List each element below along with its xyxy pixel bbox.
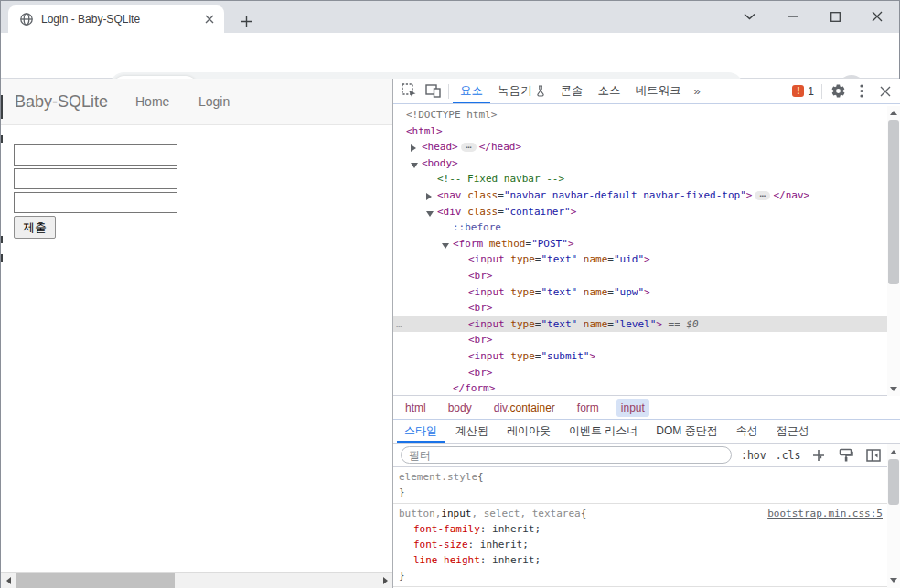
devtools-tab-요소[interactable]: 요소 — [453, 79, 490, 103]
devtools-tab-네트워크[interactable]: 네트워크 — [628, 79, 689, 103]
styles-filter-input[interactable] — [401, 446, 732, 464]
window-maximize-button[interactable] — [816, 1, 854, 32]
devtools-tab-콘솔[interactable]: 콘솔 — [553, 79, 591, 103]
dom-tree-node[interactable]: <input type="text" name="upw"> — [393, 284, 900, 301]
rendering-paint-icon[interactable] — [837, 446, 855, 465]
nav-link-home[interactable]: Home — [135, 79, 169, 124]
breadcrumb-item[interactable]: div.container — [489, 399, 560, 417]
computed-sidebar-toggle-icon[interactable] — [864, 446, 883, 465]
css-source-link[interactable]: bootstrap.min.css:5 — [767, 506, 883, 521]
dom-tree-node[interactable]: <br> — [393, 268, 900, 284]
breadcrumb-item[interactable]: html — [401, 399, 431, 417]
dom-tree-node[interactable]: <br> — [393, 332, 900, 348]
scroll-right-arrow[interactable] — [378, 573, 392, 588]
toolbar-separator — [821, 84, 822, 99]
dom-tree-node[interactable]: <input type="submit"> — [393, 348, 900, 365]
scrollbar-thumb[interactable] — [888, 459, 899, 505]
breadcrumb-item[interactable]: body — [444, 399, 477, 417]
more-tabs-chevron[interactable]: » — [689, 84, 706, 98]
dom-tree-node[interactable]: <div class="container"> — [393, 204, 900, 220]
breadcrumb-token: body — [448, 401, 472, 414]
dom-tree-node[interactable]: …<input type="text" name="level"> == $0 — [393, 316, 900, 333]
styles-tab-이벤트 리스너[interactable]: 이벤트 리스너 — [562, 420, 645, 443]
node-overflow-dots[interactable]: … — [396, 316, 403, 333]
property-name: font-family — [413, 523, 480, 535]
code-token: <!-- Fixed navbar --> — [437, 173, 564, 185]
window-minimize-button[interactable] — [774, 1, 812, 32]
breadcrumb-item[interactable]: form — [573, 399, 604, 417]
dom-tree-node[interactable]: <body> — [393, 155, 900, 172]
devtools-menu-icon[interactable] — [850, 80, 873, 103]
uid-input[interactable] — [14, 144, 177, 166]
scroll-down-arrow[interactable] — [887, 574, 900, 586]
styles-tab-속성[interactable]: 속성 — [729, 420, 766, 443]
code-token: <form — [453, 238, 489, 250]
devtools-close-icon[interactable] — [873, 80, 897, 103]
dom-tree-node[interactable]: <!-- Fixed navbar --> — [393, 171, 900, 187]
dom-tree-node[interactable]: ::before — [393, 219, 900, 236]
styles-tab-레이아웃[interactable]: 레이아웃 — [499, 420, 558, 443]
breadcrumb-item[interactable]: input — [616, 399, 649, 417]
code-token: <html> — [406, 125, 443, 137]
styles-tab-계산됨[interactable]: 계산됨 — [448, 420, 496, 443]
tab-close-icon[interactable] — [202, 12, 217, 27]
dom-tree-node[interactable]: <br> — [393, 300, 900, 316]
issues-counter[interactable]: ! 1 — [792, 85, 814, 98]
scroll-down-arrow[interactable] — [887, 383, 900, 395]
styles-tab-스타일[interactable]: 스타일 — [397, 420, 445, 443]
code-token — [577, 318, 584, 330]
new-tab-button[interactable] — [233, 8, 259, 34]
new-style-rule-icon[interactable] — [809, 446, 828, 465]
inline-expand-pill[interactable]: … — [461, 143, 477, 152]
cls-toggle[interactable]: .cls — [776, 449, 801, 462]
code-token: "navbar navbar-default navbar-fixed-top" — [504, 189, 746, 201]
site-brand[interactable]: Baby-SQLite — [15, 79, 108, 124]
level-input[interactable] — [14, 192, 177, 213]
devtools-tab-소스[interactable]: 소스 — [591, 79, 628, 103]
css-rule-selector[interactable]: button, input, select, textarea {bootstr… — [393, 506, 900, 521]
scrollbar-thumb[interactable] — [888, 120, 899, 284]
styles-tab-DOM 중단점[interactable]: DOM 중단점 — [648, 420, 724, 443]
dom-tree-node[interactable]: <nav class="navbar navbar-default navbar… — [393, 187, 900, 204]
dom-tree-node[interactable]: <br> — [393, 365, 900, 381]
css-property[interactable]: font-family: inherit; — [393, 521, 900, 537]
scroll-up-arrow[interactable] — [887, 446, 900, 458]
tree-expand-arrow[interactable] — [411, 163, 418, 168]
tree-expand-arrow[interactable] — [442, 243, 449, 249]
dom-tree-node[interactable]: <head>…</head> — [393, 139, 900, 155]
tree-expand-arrow[interactable] — [426, 193, 432, 200]
inline-expand-pill[interactable]: … — [755, 191, 770, 200]
hov-toggle[interactable]: :hov — [741, 449, 766, 462]
tree-expand-arrow[interactable] — [426, 211, 434, 217]
scrollbar-thumb[interactable] — [16, 573, 175, 588]
settings-gear-icon[interactable] — [826, 80, 850, 103]
issues-badge-icon: ! — [792, 85, 804, 97]
dom-tree-node[interactable]: <input type="text" name="uid"> — [393, 251, 900, 268]
scroll-left-arrow[interactable] — [1, 573, 16, 588]
styles-scrollbar[interactable] — [887, 444, 900, 588]
devtools-tab-녹음기[interactable]: 녹음기 — [490, 79, 553, 103]
dom-tree-node[interactable]: <!DOCTYPE html> — [393, 107, 900, 123]
devtools-toolbar: 요소녹음기콘솔소스네트워크 » ! 1 — [393, 79, 900, 104]
css-property[interactable]: line-height: inherit; — [393, 552, 900, 568]
upw-input[interactable] — [14, 168, 177, 189]
dom-tree-node[interactable]: </form> — [393, 380, 900, 396]
device-toolbar-icon[interactable] — [421, 80, 445, 103]
tab-search-chevron-icon[interactable] — [730, 1, 768, 32]
css-property[interactable]: font-size: inherit; — [393, 537, 900, 552]
browser-tab[interactable]: Login - Baby-SQLite — [8, 5, 224, 33]
window-close-button[interactable] — [858, 1, 896, 32]
dom-tree-node[interactable]: <form method="POST"> — [393, 236, 900, 252]
code-token: name — [584, 253, 608, 265]
css-rule-selector[interactable]: element.style { — [393, 469, 900, 485]
tree-expand-arrow[interactable] — [411, 144, 416, 152]
styles-tab-접근성[interactable]: 접근성 — [769, 420, 817, 443]
dom-tree-node[interactable]: <html> — [393, 123, 900, 140]
scroll-up-arrow[interactable] — [887, 107, 900, 119]
page-horizontal-scrollbar[interactable] — [1, 572, 392, 588]
elements-scrollbar[interactable] — [887, 106, 900, 396]
inspect-element-icon[interactable] — [397, 80, 421, 103]
nav-link-login[interactable]: Login — [198, 79, 230, 124]
submit-button[interactable]: 제출 — [14, 216, 56, 239]
code-token: > — [571, 206, 577, 218]
